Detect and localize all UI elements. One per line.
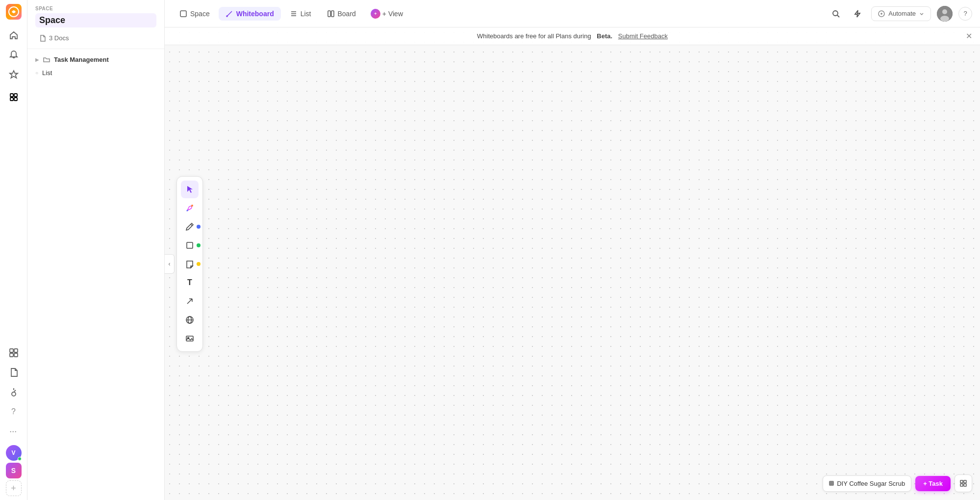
svg-rect-10: [180, 11, 186, 17]
sidebar-docs-icon[interactable]: [5, 364, 23, 381]
svg-rect-4: [14, 98, 17, 101]
pen-tool-icon: [185, 222, 194, 231]
sidebar-favorites-icon[interactable]: [5, 66, 23, 83]
tools-panel: T: [176, 176, 203, 352]
shape-tool-button[interactable]: [181, 237, 199, 254]
nav-item-list[interactable]: ○ List: [31, 66, 160, 79]
task-chip[interactable]: DIY Coffee Sugar Scrub: [823, 475, 911, 492]
task-chip-icon: [829, 481, 834, 486]
arrow-tool-button[interactable]: [181, 292, 199, 310]
icon-sidebar: ? ●●● V S +: [0, 0, 27, 500]
space-title[interactable]: Space: [35, 13, 156, 27]
docs-icon: [39, 35, 46, 42]
sidebar-help-icon[interactable]: ?: [5, 403, 23, 421]
content-area: Space Whiteboard List Board + + View: [165, 0, 980, 500]
svg-point-14: [833, 11, 838, 16]
workspace-s-button[interactable]: S: [6, 463, 22, 478]
sidebar-apps-icon[interactable]: [9, 92, 19, 102]
svg-rect-6: [14, 349, 18, 352]
main-sidebar: SPACE Space 3 Docs ▶ Task Management ○ L…: [27, 0, 165, 500]
sidebar-more-icon[interactable]: ●●●: [5, 422, 23, 440]
purple-circle-icon: +: [371, 9, 380, 19]
automate-chevron-icon: [919, 11, 925, 17]
svg-rect-7: [10, 353, 13, 357]
automate-icon: [878, 10, 885, 18]
board-tab-icon: [327, 10, 335, 18]
text-tool-icon: T: [187, 278, 192, 287]
pen-color-dot: [197, 225, 201, 229]
select-tool-icon: [185, 185, 194, 194]
arrow-tool-icon: [185, 297, 194, 306]
user-avatar-sidebar[interactable]: V: [6, 445, 22, 461]
space-tab-icon: [179, 10, 187, 18]
svg-rect-12: [328, 11, 330, 17]
automate-label: Automate: [888, 10, 916, 17]
add-workspace-button[interactable]: +: [6, 480, 22, 496]
image-tool-button[interactable]: [181, 330, 199, 347]
list-bullet-icon: ○: [35, 70, 38, 76]
image-tool-icon: [185, 334, 194, 343]
svg-rect-13: [331, 11, 334, 17]
whiteboard-tab-icon: [226, 10, 233, 18]
magic-select-tool-icon: [185, 204, 194, 212]
space-label: SPACE: [35, 6, 156, 11]
expand-arrow-icon: ▶: [35, 57, 39, 62]
tab-board[interactable]: Board: [320, 7, 363, 21]
embed-tool-icon: [185, 316, 194, 324]
task-chip-label: DIY Coffee Sugar Scrub: [837, 480, 905, 487]
collapse-sidebar-button[interactable]: ‹: [165, 254, 175, 274]
topbar: Space Whiteboard List Board + + View: [165, 0, 980, 27]
search-button[interactable]: [828, 6, 844, 22]
tab-list-label: List: [301, 10, 311, 18]
tab-list[interactable]: List: [283, 7, 318, 21]
magic-select-tool-button[interactable]: [181, 199, 199, 217]
lightning-button[interactable]: [850, 6, 865, 22]
svg-rect-5: [10, 349, 13, 352]
select-tool-button[interactable]: [181, 181, 199, 198]
docs-count: 3 Docs: [49, 34, 69, 42]
sidebar-home-icon[interactable]: [5, 26, 23, 44]
whiteboard-canvas[interactable]: [165, 27, 980, 500]
svg-rect-28: [960, 484, 963, 486]
svg-rect-8: [14, 353, 18, 357]
svg-rect-29: [964, 484, 966, 486]
sidebar-nav: ▶ Task Management ○ List: [27, 49, 164, 500]
add-task-button[interactable]: + Task: [915, 476, 951, 491]
sidebar-dashboard-icon[interactable]: [5, 344, 23, 362]
svg-point-17: [942, 9, 947, 14]
embed-tool-button[interactable]: [181, 311, 199, 329]
note-tool-button[interactable]: [181, 255, 199, 273]
tab-whiteboard[interactable]: Whiteboard: [219, 7, 281, 21]
sidebar-goals-icon[interactable]: [5, 383, 23, 401]
svg-point-20: [187, 210, 188, 211]
search-icon: [831, 9, 840, 18]
help-button[interactable]: ?: [958, 7, 972, 21]
beta-notice-bar: Whiteboards are free for all Plans durin…: [165, 27, 980, 45]
pen-tool-button[interactable]: [181, 218, 199, 236]
automate-button[interactable]: Automate: [871, 6, 931, 21]
sidebar-notifications-icon[interactable]: [5, 46, 23, 64]
tab-space[interactable]: Space: [173, 7, 217, 21]
app-logo[interactable]: [6, 4, 22, 20]
whiteboard-area: Whiteboards are free for all Plans durin…: [165, 27, 980, 500]
grid-view-button[interactable]: [955, 474, 972, 492]
list-tab-icon: [290, 10, 298, 18]
svg-rect-2: [14, 94, 17, 97]
topbar-actions: Automate ?: [828, 6, 972, 22]
online-indicator: [18, 457, 22, 461]
tab-board-label: Board: [338, 10, 356, 18]
text-tool-button[interactable]: T: [181, 274, 199, 291]
view-btn-label: + View: [382, 10, 403, 18]
shape-color-dot: [197, 243, 201, 247]
add-view-button[interactable]: + + View: [365, 6, 409, 22]
tab-whiteboard-label: Whiteboard: [236, 10, 274, 18]
submit-feedback-link[interactable]: Submit Feedback: [618, 32, 668, 40]
docs-badge[interactable]: 3 Docs: [35, 31, 156, 45]
user-avatar-topbar[interactable]: [937, 6, 953, 22]
svg-rect-26: [960, 480, 963, 483]
note-tool-icon: [185, 260, 194, 268]
nav-item-task-management[interactable]: ▶ Task Management: [31, 53, 160, 66]
beta-close-button[interactable]: ✕: [966, 31, 972, 41]
nav-item-list-label: List: [42, 69, 52, 77]
lightning-icon: [853, 9, 862, 18]
